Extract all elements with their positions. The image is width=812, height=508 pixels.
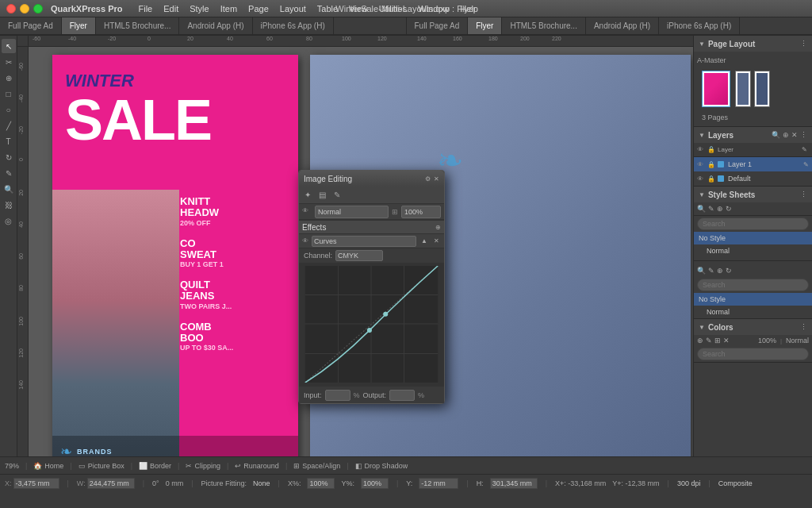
layer-1-eye[interactable]: 👁 [697,161,705,168]
tool-rect[interactable]: □ [2,87,16,101]
page-thumb-2[interactable] [735,71,751,107]
color-delete-icon[interactable]: ✕ [723,337,730,344]
layer-default-eye[interactable]: 👁 [697,175,705,183]
layer-item-default[interactable]: 👁 🔒 Default [694,171,812,186]
dialog-title-bar[interactable]: Image Editing ⚙ ✕ [299,171,444,187]
menu-edit[interactable]: Edit [163,4,178,13]
tool-text[interactable]: T [2,134,16,148]
dialog-levels-icon[interactable]: ▤ [316,190,328,200]
layers-header[interactable]: ▼ Layers 🔍 ⊕ ✕ ⋮ [694,127,812,143]
menu-item[interactable]: Item [220,4,237,13]
minimize-button[interactable] [20,4,29,13]
color-add-icon[interactable]: ⊕ [697,337,703,344]
flyer-document[interactable]: WINTER SALE KNITTHEADW 20% OFF [52,55,298,456]
menu-table[interactable]: Table [317,4,338,13]
style-item-nostyle2[interactable]: No Style [694,293,812,306]
ss2-search-icon[interactable]: 🔍 [697,267,706,275]
color-edit-icon[interactable]: ✎ [706,337,712,344]
tab-left-html5[interactable]: HTML5 Brochure... [96,17,179,35]
style-item-normal2[interactable]: Normal [694,306,812,318]
w-input[interactable] [87,478,135,489]
colors-search-input[interactable] [703,350,803,358]
blend-mode-select[interactable]: Normal [315,206,389,218]
tab-right-android[interactable]: Android App (H) [586,17,659,35]
ss2-edit-icon[interactable]: ✎ [708,267,714,275]
curve-type-select[interactable]: Curves [312,236,416,247]
image-editing-dialog[interactable]: Image Editing ⚙ ✕ ✦ ▤ ✎ 👁 [298,170,445,404]
page-layout-menu-icon[interactable]: ⋮ [800,40,807,48]
style-search-input[interactable] [703,220,803,228]
layers-add-icon[interactable]: ⊕ [783,131,789,139]
ss-search-icon[interactable]: 🔍 [697,205,706,213]
status-border[interactable]: ⬜ Border [139,462,171,470]
layer-default-lock[interactable]: 🔒 [707,175,715,183]
layers-search-icon[interactable]: 🔍 [772,131,780,139]
ss2-refresh-icon[interactable]: ↻ [726,267,732,275]
tab-left-flyer[interactable]: Flyer [62,17,96,35]
tab-left-android[interactable]: Android App (H) [179,17,252,35]
status-home[interactable]: 🏠 Home [33,462,63,470]
tool-ellipse[interactable]: ○ [2,102,16,117]
ypct-input[interactable] [361,478,389,489]
tool-magnify[interactable]: 🔍 [2,182,16,196]
menu-page[interactable]: Page [248,4,269,13]
layer-item-1[interactable]: 👁 🔒 Layer 1 ✎ [694,157,812,171]
tool-pen[interactable]: ✎ [2,166,16,180]
tab-right-html5[interactable]: HTML5 Brochure... [502,17,585,35]
layers-menu-icon[interactable]: ⋮ [800,131,807,139]
layer-1-edit-icon[interactable]: ✎ [803,161,809,168]
style-search-box2[interactable] [697,279,809,291]
tab-left-fullpage[interactable]: Full Page Ad [0,17,62,35]
x-input[interactable] [13,478,59,489]
zoom-select[interactable]: 100% [401,206,441,218]
page-layout-header[interactable]: ▼ Page Layout ⋮ [694,36,812,52]
status-runaround[interactable]: ↩ Runaround [235,462,279,470]
dialog-eyedrop-icon[interactable]: ✦ [302,190,313,200]
blend-eye-icon[interactable]: 👁 [302,207,312,217]
tool-eyedrop[interactable]: ◎ [2,214,16,228]
style-sheets-menu-icon[interactable]: ⋮ [800,190,807,198]
curve-delete-icon[interactable]: ✕ [432,237,441,245]
style-item-nostyle[interactable]: No Style [694,232,812,244]
ss2-add-icon[interactable]: ⊕ [717,267,723,275]
close-button[interactable] [6,4,16,13]
status-clipping[interactable]: ✂ Clipping [186,462,220,470]
ss-add-icon[interactable]: ⊕ [717,205,723,213]
colors-search-box[interactable] [697,348,809,360]
menu-file[interactable]: File [139,4,153,13]
colors-header[interactable]: ▼ Colors ⋮ [694,319,812,335]
output-field[interactable] [389,390,415,401]
tab-right-iphone[interactable]: iPhone 6s App (H) [659,17,740,35]
tool-zoom-in[interactable]: ⊕ [2,71,16,85]
curve-expand-icon[interactable]: ▲ [419,237,429,245]
h-input[interactable] [490,478,538,489]
status-picturebox[interactable]: ▭ Picture Box [79,462,124,470]
dialog-settings-icon[interactable]: ⚙ [425,175,431,183]
style-search-box[interactable] [697,217,809,230]
tool-cut[interactable]: ✂ [2,55,16,69]
effects-add-icon[interactable]: ⊕ [435,224,441,231]
layer-1-lock[interactable]: 🔒 [707,161,715,168]
ss-refresh-icon[interactable]: ↻ [726,205,732,213]
style-item-normal[interactable]: Normal [694,244,812,257]
effects-header[interactable]: Effects ⊕ [299,220,444,234]
page-thumb-1[interactable] [702,71,730,107]
tool-link[interactable]: ⛓ [2,198,16,212]
curve-canvas-area[interactable] [299,263,444,386]
tool-line[interactable]: ╱ [2,118,16,133]
status-spacealign[interactable]: ⊞ Space/Align [293,462,340,470]
input-field[interactable] [325,390,350,401]
style-search-input2[interactable] [703,281,803,289]
ss-edit-icon[interactable]: ✎ [708,205,714,213]
curve-eye-icon[interactable]: 👁 [302,237,308,244]
canvas-scroll[interactable]: WINTER SALE KNITTHEADW 20% OFF [29,47,693,456]
maximize-button[interactable] [33,4,43,13]
colors-menu-icon[interactable]: ⋮ [800,323,807,331]
style-sheets-header[interactable]: ▼ Style Sheets ⋮ [694,187,812,202]
dialog-edit-icon[interactable]: ✎ [331,190,343,200]
color-copy-icon[interactable]: ⊞ [714,337,721,344]
tab-right-flyer[interactable]: Flyer [468,17,502,35]
tab-left-iphone[interactable]: iPhone 6s App (H) [253,17,334,35]
menu-style[interactable]: Style [190,4,209,13]
status-dropshadow[interactable]: ◧ Drop Shadow [355,462,408,470]
